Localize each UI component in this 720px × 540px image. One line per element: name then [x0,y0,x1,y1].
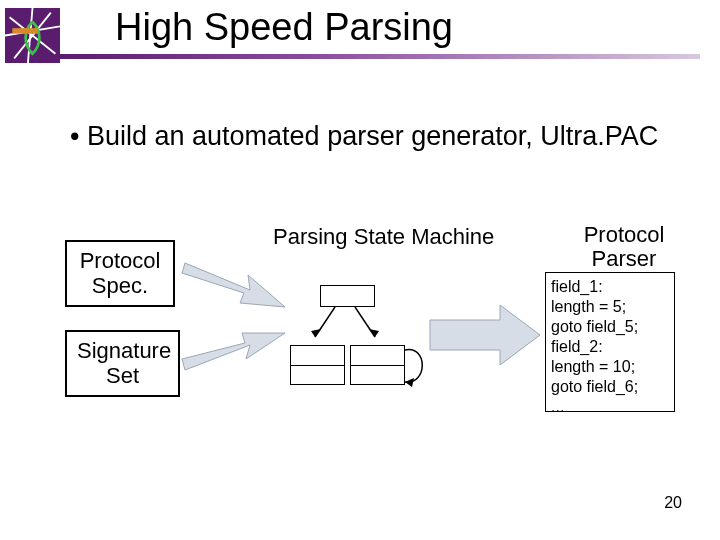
svg-marker-13 [430,305,540,365]
state-machine-node-top [320,285,375,307]
box-protocol-spec: Protocol Spec. [65,240,175,307]
slide-logo [5,8,60,63]
svg-marker-7 [182,333,285,370]
code-line: length = 5; [551,297,669,317]
bullet-text: Build an automated parser generator, Ult… [87,121,658,151]
code-line: field_1: [551,277,669,297]
box-signature-set-label: Signature Set [77,338,171,388]
bullet-marker: • [70,121,87,151]
code-line: length = 10; [551,357,669,377]
slide-title: High Speed Parsing [115,6,453,49]
state-machine-node-bottom-left [290,345,345,385]
title-underline [60,54,700,59]
code-line: ... [551,397,669,417]
page-number: 20 [664,494,682,512]
arrow-signature-to-machine [180,315,290,385]
state-machine-node-bottom-right [350,345,405,385]
arrow-machine-to-parser [425,300,545,370]
psm-text: Parsing State Machine [273,224,494,249]
box-signature-set: Signature Set [65,330,180,397]
label-parsing-state-machine: Parsing State Machine [273,225,494,249]
label-protocol-parser: Protocol Parser [563,223,685,271]
svg-marker-12 [405,378,414,387]
bullet-item: • Build an automated parser generator, U… [70,120,658,154]
pp-text: Protocol Parser [584,222,665,271]
code-line: goto field_5; [551,317,669,337]
svg-marker-6 [182,263,285,307]
protocol-parser-code: field_1: length = 5; goto field_5; field… [545,272,675,412]
code-line: field_2: [551,337,669,357]
code-line: goto field_6; [551,377,669,397]
state-machine-edge-right [350,307,390,347]
box-protocol-spec-label: Protocol Spec. [80,248,161,298]
state-machine-edge-left [305,307,345,347]
diagram: Protocol Spec. Signature Set Parsing Sta… [45,225,685,425]
svg-rect-5 [12,28,38,33]
